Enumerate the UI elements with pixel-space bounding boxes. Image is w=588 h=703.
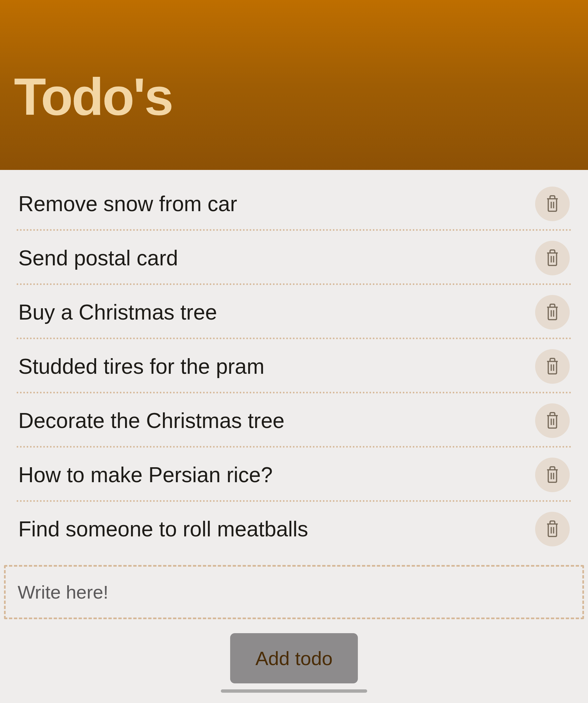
bottom-indicator-container <box>0 689 588 693</box>
trash-icon <box>545 412 560 429</box>
delete-button[interactable] <box>535 241 570 276</box>
todo-text: Find someone to roll meatballs <box>18 517 308 541</box>
todo-text: How to make Persian rice? <box>18 463 273 487</box>
todo-text: Decorate the Christmas tree <box>18 408 284 433</box>
header: Todo's <box>0 0 588 170</box>
trash-icon <box>545 358 560 376</box>
trash-icon <box>545 195 560 213</box>
todo-text: Remove snow from car <box>18 191 237 216</box>
list-item: Decorate the Christmas tree <box>17 393 571 448</box>
trash-icon <box>545 466 560 484</box>
trash-icon <box>545 249 560 267</box>
delete-button[interactable] <box>535 295 570 329</box>
delete-button[interactable] <box>535 458 570 492</box>
list-item: Send postal card <box>17 231 571 285</box>
new-todo-input[interactable] <box>18 581 570 603</box>
input-container <box>4 565 584 619</box>
delete-button[interactable] <box>535 186 570 221</box>
delete-button[interactable] <box>535 403 570 438</box>
add-todo-button[interactable]: Add todo <box>230 633 358 683</box>
delete-button[interactable] <box>535 512 570 546</box>
list-item: Studded tires for the pram <box>17 339 571 393</box>
delete-button[interactable] <box>535 349 570 384</box>
todo-text: Buy a Christmas tree <box>18 300 217 325</box>
button-container: Add todo <box>0 633 588 683</box>
todo-text: Send postal card <box>18 246 178 270</box>
list-item: How to make Persian rice? <box>17 448 571 502</box>
todo-list: Remove snow from car Send postal card Bu… <box>0 170 588 554</box>
trash-icon <box>545 521 560 538</box>
list-item: Remove snow from car <box>17 176 571 231</box>
todo-text: Studded tires for the pram <box>18 354 265 379</box>
list-item: Buy a Christmas tree <box>17 285 571 339</box>
home-indicator <box>221 689 367 693</box>
page-title: Todo's <box>14 67 574 127</box>
list-item: Find someone to roll meatballs <box>17 502 571 554</box>
trash-icon <box>545 304 560 321</box>
